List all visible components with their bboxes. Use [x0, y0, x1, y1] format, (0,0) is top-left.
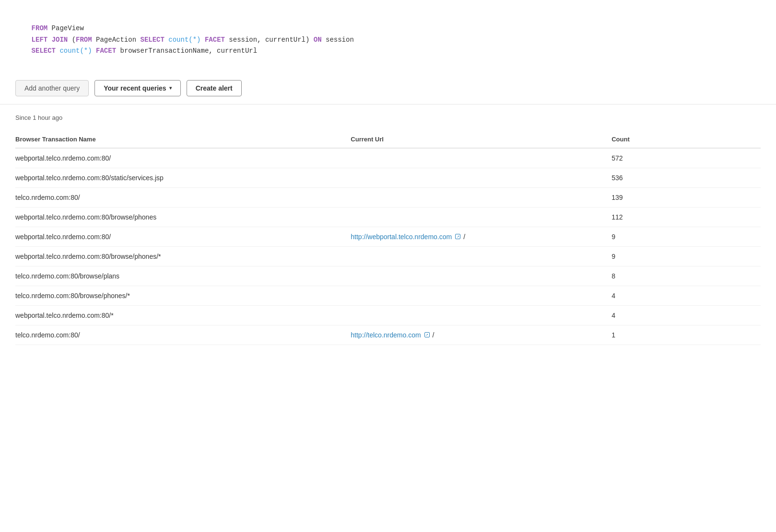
table-row: telco.nrdemo.com:80/139	[15, 187, 761, 207]
table-row: telco.nrdemo.com:80/ http://telco.nrdemo…	[15, 325, 761, 345]
keyword-count1: count(*)	[168, 36, 200, 44]
query-session: session, currentUrl)	[225, 36, 314, 44]
query-pageaction: PageAction	[92, 36, 141, 44]
cell-count: 112	[611, 207, 761, 227]
cell-count: 4	[611, 286, 761, 305]
cell-browser-transaction-name: webportal.telco.nrdemo.com:80/*	[15, 305, 351, 325]
keyword-join: JOIN	[52, 36, 68, 44]
recent-queries-button[interactable]: Your recent queries ▾	[94, 80, 180, 96]
keyword-select2: SELECT	[32, 47, 56, 55]
cell-current-url	[351, 246, 611, 266]
slash-separator: /	[433, 331, 435, 339]
results-section: Since 1 hour ago Browser Transaction Nam…	[0, 104, 776, 355]
chevron-down-icon: ▾	[169, 85, 172, 91]
cell-browser-transaction-name: webportal.telco.nrdemo.com:80/browse/pho…	[15, 207, 351, 227]
col-header-count: Count	[611, 131, 761, 148]
cell-count: 536	[611, 168, 761, 187]
cell-browser-transaction-name: webportal.telco.nrdemo.com:80/	[15, 148, 351, 168]
table-row: telco.nrdemo.com:80/browse/phones/*4	[15, 286, 761, 305]
query-on-session: session	[322, 36, 354, 44]
cell-current-url	[351, 305, 611, 325]
table-header: Browser Transaction Name Current Url Cou…	[15, 131, 761, 148]
query-paren-open: (	[68, 36, 76, 44]
keyword-facet1: FACET	[205, 36, 225, 44]
cell-current-url	[351, 286, 611, 305]
col-header-name: Browser Transaction Name	[15, 131, 351, 148]
query-line1-text: PageView	[47, 24, 84, 32]
table-row: webportal.telco.nrdemo.com:80/static/ser…	[15, 168, 761, 187]
cell-browser-transaction-name: telco.nrdemo.com:80/browse/phones/*	[15, 286, 351, 305]
url-link[interactable]: http://telco.nrdemo.com ↗ /	[351, 331, 606, 339]
cell-count: 1	[611, 325, 761, 345]
keyword-from: FROM	[32, 24, 48, 32]
keyword-from2: FROM	[76, 36, 92, 44]
table-row: webportal.telco.nrdemo.com:80/ http://we…	[15, 227, 761, 246]
recent-queries-label: Your recent queries	[104, 84, 166, 92]
cell-count: 9	[611, 227, 761, 246]
results-table: Browser Transaction Name Current Url Cou…	[15, 131, 761, 345]
keyword-select1: SELECT	[140, 36, 164, 44]
cell-browser-transaction-name: telco.nrdemo.com:80/	[15, 325, 351, 345]
query-space2	[201, 36, 205, 44]
url-link[interactable]: http://webportal.telco.nrdemo.com ↗ /	[351, 233, 606, 241]
cell-count: 4	[611, 305, 761, 325]
add-query-button[interactable]: Add another query	[15, 80, 89, 96]
query-space4	[92, 47, 96, 55]
cell-count: 139	[611, 187, 761, 207]
keyword-on: ON	[314, 36, 322, 44]
code-block: FROM PageView LEFT JOIN (FROM PageAction…	[15, 12, 761, 69]
table-row: webportal.telco.nrdemo.com:80/572	[15, 148, 761, 168]
external-link-icon: ↗	[455, 234, 460, 239]
cell-browser-transaction-name: webportal.telco.nrdemo.com:80/	[15, 227, 351, 246]
cell-browser-transaction-name: webportal.telco.nrdemo.com:80/static/ser…	[15, 168, 351, 187]
toolbar: Add another query Your recent queries ▾ …	[15, 80, 761, 96]
cell-browser-transaction-name: telco.nrdemo.com:80/	[15, 187, 351, 207]
table-body: webportal.telco.nrdemo.com:80/572webport…	[15, 148, 761, 345]
table-row: webportal.telco.nrdemo.com:80/browse/pho…	[15, 207, 761, 227]
cell-browser-transaction-name: webportal.telco.nrdemo.com:80/browse/pho…	[15, 246, 351, 266]
cell-count: 9	[611, 246, 761, 266]
query-join-text	[47, 36, 51, 44]
col-header-url: Current Url	[351, 131, 611, 148]
table-row: webportal.telco.nrdemo.com:80/*4	[15, 305, 761, 325]
external-link-icon: ↗	[424, 332, 430, 337]
url-anchor[interactable]: http://webportal.telco.nrdemo.com	[351, 233, 452, 241]
cell-current-url	[351, 207, 611, 227]
keyword-left: LEFT	[32, 36, 48, 44]
cell-current-url	[351, 187, 611, 207]
cell-count: 8	[611, 266, 761, 286]
cell-current-url	[351, 148, 611, 168]
cell-current-url	[351, 168, 611, 187]
table-row: webportal.telco.nrdemo.com:80/browse/pho…	[15, 246, 761, 266]
query-facet-fields: browserTransactionName, currentUrl	[116, 47, 257, 55]
cell-current-url[interactable]: http://telco.nrdemo.com ↗ /	[351, 325, 611, 345]
create-alert-button[interactable]: Create alert	[187, 80, 242, 96]
cell-current-url[interactable]: http://webportal.telco.nrdemo.com ↗ /	[351, 227, 611, 246]
url-anchor[interactable]: http://telco.nrdemo.com	[351, 331, 421, 339]
table-row: telco.nrdemo.com:80/browse/plans8	[15, 266, 761, 286]
cell-browser-transaction-name: telco.nrdemo.com:80/browse/plans	[15, 266, 351, 286]
cell-count: 572	[611, 148, 761, 168]
keyword-count2: count(*)	[59, 47, 92, 55]
since-label: Since 1 hour ago	[15, 114, 761, 121]
cell-current-url	[351, 266, 611, 286]
keyword-facet2: FACET	[96, 47, 116, 55]
slash-separator: /	[463, 233, 465, 241]
query-section: FROM PageView LEFT JOIN (FROM PageAction…	[0, 0, 776, 104]
